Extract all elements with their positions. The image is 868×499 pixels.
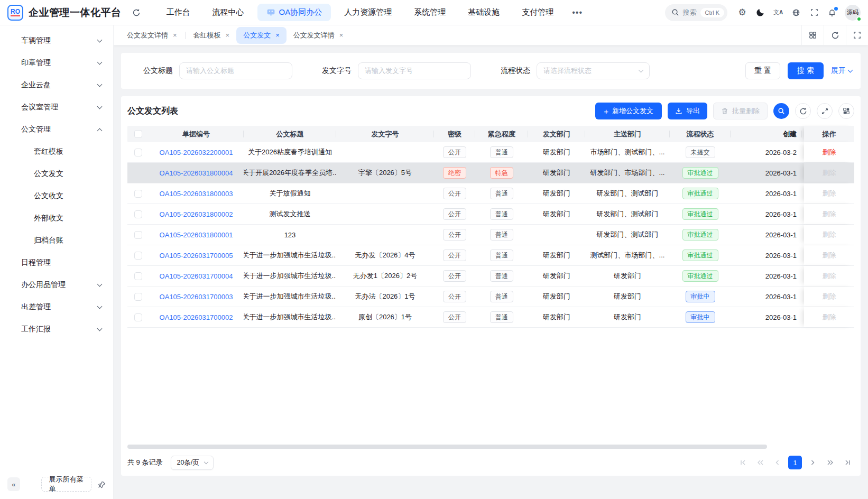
table-fullscreen-button[interactable] <box>817 103 833 119</box>
tab-close-icon[interactable]: × <box>275 32 280 39</box>
doc-code-link[interactable]: OA105-2026031800004 <box>160 169 233 177</box>
sidebar-subitem-外部收文[interactable]: 外部收文 <box>0 207 113 229</box>
flow-status-cell: 审批通过 <box>670 245 731 265</box>
row-checkbox[interactable] <box>134 272 142 280</box>
sidebar-subitem-公文收文[interactable]: 公文收文 <box>0 185 113 207</box>
sidebar-subitem-套红模板[interactable]: 套红模板 <box>0 141 113 163</box>
user-avatar[interactable]: 源码 <box>845 5 861 21</box>
sidebar-item-车辆管理[interactable]: 车辆管理 <box>0 30 113 52</box>
sidebar-item-印章管理[interactable]: 印章管理 <box>0 52 113 74</box>
sidebar-item-日程管理[interactable]: 日程管理 <box>0 252 113 274</box>
delete-link[interactable]: 删除 <box>823 147 836 157</box>
page-size-select[interactable]: 20条/页 <box>171 456 213 470</box>
doc-code-link[interactable]: OA105-2026031700003 <box>160 293 233 301</box>
tab-公文发文详情[interactable]: 公文发文详情× <box>120 27 184 44</box>
sidebar-item-企业云盘[interactable]: 企业云盘 <box>0 74 113 96</box>
nav-item-基础设施[interactable]: 基础设施 <box>459 4 509 21</box>
page-reload-icon[interactable] <box>129 5 144 20</box>
show-all-menus-button[interactable]: 展示所有菜单 <box>41 477 91 492</box>
prev-5-pages-button <box>753 456 767 469</box>
issuing-dept-cell: 研发部门 <box>528 163 585 183</box>
filter-input-公文标题[interactable]: 请输入公文标题 <box>179 62 292 79</box>
sidebar-item-label: 车辆管理 <box>21 36 98 45</box>
avatar-text: 源码 <box>847 8 858 16</box>
nav-item-工作台[interactable]: 工作台 <box>158 4 199 21</box>
search-button[interactable]: 搜 索 <box>788 62 824 79</box>
global-search-input[interactable]: 搜索 Ctrl K <box>665 4 728 21</box>
tab-close-icon[interactable]: × <box>339 32 344 39</box>
next-5-pages-button[interactable] <box>823 456 837 469</box>
nav-item-支付管理[interactable]: 支付管理 <box>513 4 562 21</box>
action-cell: 删除 <box>804 204 854 224</box>
secrecy-cell: 公开 <box>434 307 475 327</box>
tab-公文发文详情[interactable]: 公文发文详情× <box>287 27 350 44</box>
tab-close-icon[interactable]: × <box>226 32 230 39</box>
current-page-button[interactable]: 1 <box>788 456 802 469</box>
horizontal-scrollbar-thumb[interactable] <box>127 445 767 449</box>
sidebar-item-出差管理[interactable]: 出差管理 <box>0 296 113 318</box>
doc-code-link[interactable]: OA105-2026031700005 <box>160 252 233 260</box>
filter-input-发文字号[interactable]: 请输入发文字号 <box>358 62 471 79</box>
table-search-button[interactable] <box>773 103 789 119</box>
doc-code-link[interactable]: OA105-2026032200001 <box>160 149 233 156</box>
sidebar-collapse-button[interactable]: « <box>7 477 20 491</box>
doc-code-link[interactable]: OA105-2026031800001 <box>160 231 233 239</box>
nav-item-流程中心[interactable]: 流程中心 <box>204 4 253 21</box>
sidebar-subitem-公文发文[interactable]: 公文发文 <box>0 163 113 185</box>
doc-code-link[interactable]: OA105-2026031800002 <box>160 210 233 218</box>
nav-item-系统管理[interactable]: 系统管理 <box>405 4 455 21</box>
select-all-checkbox[interactable] <box>134 130 142 138</box>
plus-icon: + <box>604 107 608 116</box>
settings-gear-icon[interactable]: ⚙ <box>735 5 750 20</box>
row-checkbox[interactable] <box>134 313 142 321</box>
main-dept: 研发部门 <box>614 271 641 281</box>
tab-refresh-icon[interactable] <box>824 25 846 45</box>
row-checkbox[interactable] <box>134 293 142 301</box>
add-document-button[interactable]: + 新增公文发文 <box>595 103 662 119</box>
doc-code-link[interactable]: OA105-2026031800003 <box>160 190 233 198</box>
sidebar-item-公文管理[interactable]: 公文管理 <box>0 118 113 141</box>
last-page-button[interactable] <box>841 456 854 469</box>
sidebar-item-会议室管理[interactable]: 会议室管理 <box>0 96 113 118</box>
notifications-bell-icon[interactable] <box>825 5 839 20</box>
nav-item-人力资源管理[interactable]: 人力资源管理 <box>335 4 401 21</box>
translate-icon[interactable]: 文A <box>771 5 786 20</box>
flow-status-select[interactable]: 请选择流程状态 <box>537 62 650 79</box>
main-dept: 市场部门、测试部门、... <box>590 147 665 157</box>
fullscreen-icon[interactable] <box>807 5 821 20</box>
pin-icon[interactable] <box>98 480 106 488</box>
nav-more-icon[interactable]: ••• <box>567 4 588 21</box>
sidebar-item-工作汇报[interactable]: 工作汇报 <box>0 318 113 340</box>
app-logo[interactable]: RO <box>7 5 23 21</box>
issuing-dept: 研发部门 <box>543 168 570 178</box>
row-checkbox[interactable] <box>134 231 142 239</box>
nav-item-OA协同办公[interactable]: OA协同办公 <box>257 4 331 21</box>
tab-fullscreen-icon[interactable] <box>846 25 868 45</box>
row-checkbox-cell <box>127 287 149 307</box>
tab-套红模板[interactable]: 套红模板× <box>187 27 237 44</box>
doc-code-link[interactable]: OA105-2026031700002 <box>160 313 233 321</box>
main-dept: 研发部门 <box>614 312 641 322</box>
column-settings-button[interactable] <box>838 103 854 119</box>
language-globe-icon[interactable] <box>789 5 804 20</box>
row-checkbox[interactable] <box>134 190 142 198</box>
row-checkbox[interactable] <box>134 210 142 218</box>
table-refresh-button[interactable] <box>795 103 811 119</box>
row-checkbox[interactable] <box>134 149 142 156</box>
doc-title-cell: 关于放假通知 <box>244 183 336 204</box>
urgency-cell: 普通 <box>475 204 528 224</box>
doc-code-link[interactable]: OA105-2026031700004 <box>160 272 233 280</box>
tab-close-icon[interactable]: × <box>173 32 177 39</box>
row-checkbox[interactable] <box>134 252 142 260</box>
sidebar-subitem-归档台账[interactable]: 归档台账 <box>0 229 113 252</box>
expand-filters-link[interactable]: 展开 <box>831 66 852 76</box>
tab-公文发文[interactable]: 公文发文× <box>236 27 287 44</box>
delete-link: 删除 <box>823 251 836 260</box>
sidebar-item-办公用品管理[interactable]: 办公用品管理 <box>0 274 113 296</box>
export-button[interactable]: 导出 <box>668 103 707 119</box>
tab-grid-icon[interactable] <box>801 25 824 45</box>
dark-mode-moon-icon[interactable] <box>753 5 768 20</box>
reset-button[interactable]: 重 置 <box>745 62 780 79</box>
next-page-button[interactable] <box>806 456 819 469</box>
action-cell: 删除 <box>804 307 854 327</box>
